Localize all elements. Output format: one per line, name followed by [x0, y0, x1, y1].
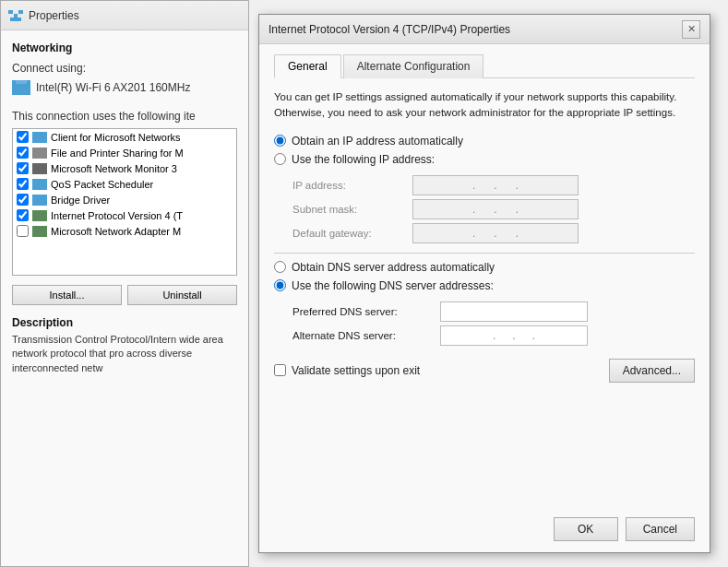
- manual-ip-row[interactable]: Use the following IP address:: [274, 153, 695, 166]
- item-label-6: Internet Protocol Version 4 (T: [51, 210, 183, 221]
- auto-ip-radio[interactable]: [274, 135, 286, 147]
- list-item[interactable]: Microsoft Network Monitor 3: [13, 160, 236, 176]
- ip-address-row: IP address: . . .: [292, 175, 695, 195]
- alternate-dns-label: Alternate DNS server:: [292, 330, 440, 341]
- gateway-input[interactable]: . . .: [412, 223, 579, 243]
- install-button[interactable]: Install...: [12, 285, 122, 305]
- properties-window: Properties Networking Connect using: Int…: [0, 0, 249, 567]
- manual-dns-row[interactable]: Use the following DNS server addresses:: [274, 279, 695, 292]
- item-checkbox-1[interactable]: [17, 131, 29, 143]
- adapter-icon: [12, 80, 30, 95]
- alternate-dns-row: Alternate DNS server: . . .: [292, 325, 695, 346]
- network-item-icon: [32, 132, 47, 143]
- dialog-tabs: General Alternate Configuration: [274, 53, 695, 78]
- svg-rect-3: [18, 10, 23, 14]
- ok-cancel-row: OK Cancel: [554, 517, 695, 541]
- items-list[interactable]: Client for Microsoft Networks File and P…: [12, 128, 237, 276]
- adapter-item-icon: [32, 226, 47, 237]
- description-label: Description: [12, 316, 237, 329]
- ip-radio-group: Obtain an IP address automatically Use t…: [274, 135, 695, 166]
- item-label-5: Bridge Driver: [51, 195, 110, 206]
- svg-rect-4: [12, 84, 30, 91]
- description-text: Transmission Control Protocol/Intern wid…: [12, 333, 237, 375]
- item-checkbox-4[interactable]: [17, 178, 29, 190]
- svg-rect-5: [16, 80, 27, 84]
- ip-fields-group: IP address: . . . Subnet mask: . . . Def…: [292, 175, 695, 243]
- subnet-mask-row: Subnet mask: . . .: [292, 199, 695, 219]
- uninstall-button[interactable]: Uninstall: [127, 285, 237, 305]
- item-checkbox-6[interactable]: [17, 209, 29, 221]
- bottom-row: Validate settings upon exit Advanced...: [274, 359, 695, 383]
- dialog-title: Internet Protocol Version 4 (TCP/IPv4) P…: [269, 23, 510, 36]
- dns-fields-group: Preferred DNS server: Alternate DNS serv…: [292, 301, 695, 346]
- item-checkbox-7[interactable]: [17, 225, 29, 237]
- validate-checkbox[interactable]: [274, 364, 286, 376]
- preferred-dns-row: Preferred DNS server:: [292, 301, 695, 322]
- tab-alternate-config[interactable]: Alternate Configuration: [343, 54, 484, 78]
- gateway-label: Default gateway:: [292, 228, 412, 239]
- install-uninstall-buttons: Install... Uninstall: [12, 285, 237, 305]
- tab-general[interactable]: General: [274, 54, 341, 78]
- monitor-item-icon: [32, 163, 47, 174]
- ip-address-label: IP address:: [292, 180, 412, 191]
- list-item[interactable]: File and Printer Sharing for M: [13, 145, 236, 160]
- item-checkbox-3[interactable]: [17, 162, 29, 174]
- list-item[interactable]: Client for Microsoft Networks: [13, 129, 236, 145]
- subnet-mask-input[interactable]: . . .: [412, 199, 579, 219]
- item-checkbox-2[interactable]: [17, 147, 29, 159]
- auto-ip-row[interactable]: Obtain an IP address automatically: [274, 135, 695, 148]
- qos-item-icon: [32, 179, 47, 190]
- network-icon: [8, 8, 23, 23]
- auto-dns-radio[interactable]: [274, 261, 286, 273]
- auto-ip-label: Obtain an IP address automatically: [292, 135, 463, 148]
- auto-dns-row[interactable]: Obtain DNS server address automatically: [274, 261, 695, 274]
- item-label-7: Microsoft Network Adapter M: [51, 226, 181, 237]
- manual-dns-label: Use the following DNS server addresses:: [292, 279, 494, 292]
- svg-rect-2: [8, 10, 13, 14]
- preferred-dns-input[interactable]: [440, 301, 588, 322]
- ip-address-input[interactable]: . . .: [412, 175, 579, 195]
- dns-section: Obtain DNS server address automatically …: [274, 261, 695, 292]
- preferred-dns-label: Preferred DNS server:: [292, 306, 440, 317]
- protocol-item-icon: [32, 210, 47, 221]
- properties-titlebar: Properties: [1, 1, 248, 30]
- manual-ip-radio[interactable]: [274, 153, 286, 165]
- properties-title: Properties: [29, 9, 79, 22]
- tcpip-dialog: Internet Protocol Version 4 (TCP/IPv4) P…: [258, 14, 710, 553]
- manual-ip-label: Use the following IP address:: [292, 153, 435, 166]
- gateway-row: Default gateway: . . .: [292, 223, 695, 243]
- dialog-titlebar: Internet Protocol Version 4 (TCP/IPv4) P…: [259, 15, 710, 44]
- dialog-content: General Alternate Configuration You can …: [259, 44, 710, 392]
- item-label-4: QoS Packet Scheduler: [51, 179, 153, 190]
- networking-label: Networking: [12, 41, 237, 54]
- svg-rect-0: [10, 18, 21, 21]
- item-label-3: Microsoft Network Monitor 3: [51, 163, 177, 174]
- connect-using-label: Connect using:: [12, 62, 237, 75]
- dialog-description: You can get IP settings assigned automat…: [274, 89, 695, 122]
- list-item[interactable]: Microsoft Network Adapter M: [13, 223, 236, 239]
- list-item[interactable]: QoS Packet Scheduler: [13, 176, 236, 192]
- item-label-1: Client for Microsoft Networks: [51, 132, 181, 143]
- alternate-dns-input[interactable]: . . .: [440, 325, 588, 346]
- adapter-row: Intel(R) Wi-Fi 6 AX201 160MHz: [12, 80, 237, 95]
- connection-uses-label: This connection uses the following ite: [12, 110, 237, 123]
- list-item[interactable]: Internet Protocol Version 4 (T: [13, 207, 236, 223]
- manual-dns-radio[interactable]: [274, 279, 286, 291]
- separator: [274, 253, 695, 254]
- advanced-button[interactable]: Advanced...: [609, 359, 695, 383]
- ok-button[interactable]: OK: [554, 517, 618, 541]
- printer-item-icon: [32, 148, 47, 159]
- svg-rect-1: [14, 14, 18, 18]
- item-label-2: File and Printer Sharing for M: [51, 148, 184, 159]
- dialog-close-button[interactable]: ✕: [682, 20, 700, 39]
- item-checkbox-5[interactable]: [17, 194, 29, 206]
- auto-dns-label: Obtain DNS server address automatically: [292, 261, 495, 274]
- validate-row[interactable]: Validate settings upon exit: [274, 364, 420, 377]
- validate-label: Validate settings upon exit: [292, 364, 420, 377]
- bridge-item-icon: [32, 195, 47, 206]
- list-item[interactable]: Bridge Driver: [13, 192, 236, 207]
- subnet-mask-label: Subnet mask:: [292, 204, 412, 215]
- adapter-name: Intel(R) Wi-Fi 6 AX201 160MHz: [36, 81, 190, 94]
- cancel-button[interactable]: Cancel: [626, 517, 695, 541]
